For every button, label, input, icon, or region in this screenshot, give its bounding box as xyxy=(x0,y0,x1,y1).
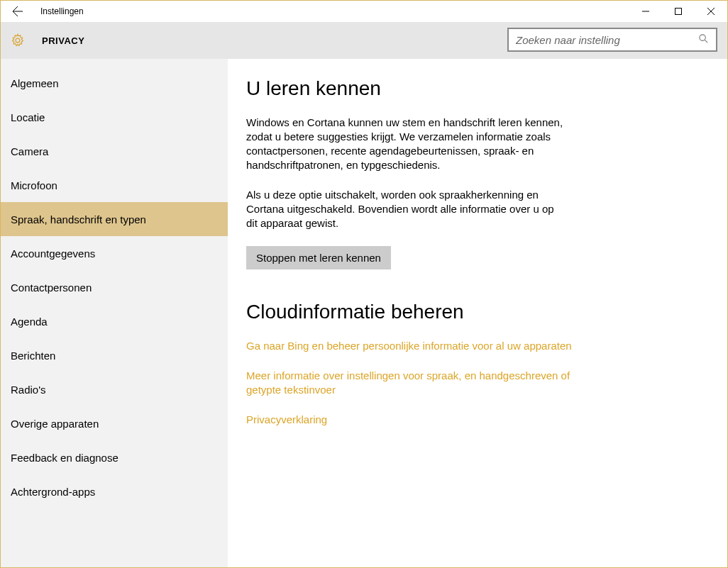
sidebar-item-label: Camera xyxy=(11,145,48,157)
window-title: Instellingen xyxy=(35,6,84,16)
sidebar-item-label: Contactpersonen xyxy=(11,282,92,294)
page-category: PRIVACY xyxy=(42,35,84,46)
link-more-info-speech-inking-typing[interactable]: Meer informatie over instellingen voor s… xyxy=(246,369,573,397)
sidebar-item[interactable]: Contactpersonen xyxy=(1,270,228,304)
sidebar: AlgemeenLocatieCameraMicrofoonSpraak, ha… xyxy=(1,59,228,567)
sidebar-item-label: Agenda xyxy=(11,316,48,328)
stop-getting-to-know-me-button[interactable]: Stoppen met leren kennen xyxy=(246,246,391,269)
minimize-icon xyxy=(642,8,649,15)
search-icon xyxy=(698,33,709,47)
close-icon xyxy=(707,8,715,15)
sidebar-item-label: Microfoon xyxy=(11,179,57,191)
sidebar-item[interactable]: Overige apparaten xyxy=(1,406,228,440)
minimize-button[interactable] xyxy=(629,1,662,22)
sidebar-item-label: Spraak, handschrift en typen xyxy=(11,213,146,225)
description-paragraph-1: Windows en Cortana kunnen uw stem en han… xyxy=(246,116,566,172)
sidebar-item-label: Overige apparaten xyxy=(11,418,99,430)
sidebar-item[interactable]: Radio's xyxy=(1,372,228,406)
sidebar-item-label: Locatie xyxy=(11,111,45,123)
sidebar-item-label: Berichten xyxy=(11,350,55,362)
sidebar-item[interactable]: Locatie xyxy=(1,100,228,134)
sidebar-item[interactable]: Berichten xyxy=(1,338,228,372)
description-paragraph-2: Als u deze optie uitschakelt, worden ook… xyxy=(246,188,566,230)
sidebar-item[interactable]: Achtergrond-apps xyxy=(1,474,228,508)
sidebar-item-label: Algemeen xyxy=(11,77,59,89)
link-privacy-statement[interactable]: Privacyverklaring xyxy=(246,413,573,427)
link-bing-manage-personal-info[interactable]: Ga naar Bing en beheer persoonlijke info… xyxy=(246,339,573,353)
sidebar-item-label: Feedback en diagnose xyxy=(11,452,118,464)
back-arrow-icon xyxy=(12,6,23,17)
header-band: PRIVACY xyxy=(1,22,727,59)
section-heading-getting-to-know-you: U leren kennen xyxy=(246,77,702,100)
sidebar-item[interactable]: Spraak, handschrift en typen xyxy=(1,202,228,236)
search-box[interactable] xyxy=(507,28,717,52)
sidebar-item[interactable]: Accountgegevens xyxy=(1,236,228,270)
sidebar-item[interactable]: Feedback en diagnose xyxy=(1,440,228,474)
sidebar-item[interactable]: Microfoon xyxy=(1,168,228,202)
main-panel: U leren kennen Windows en Cortana kunnen… xyxy=(228,59,727,567)
svg-point-5 xyxy=(700,34,705,40)
sidebar-item-label: Achtergrond-apps xyxy=(11,486,95,498)
sidebar-item-label: Accountgegevens xyxy=(11,247,95,260)
titlebar: Instellingen xyxy=(1,1,727,22)
sidebar-item[interactable]: Camera xyxy=(1,134,228,168)
content: AlgemeenLocatieCameraMicrofoonSpraak, ha… xyxy=(1,59,727,567)
sidebar-item-label: Radio's xyxy=(11,384,46,396)
section-heading-manage-cloud-info: Cloudinformatie beheren xyxy=(246,301,702,323)
maximize-icon xyxy=(675,8,682,15)
search-input[interactable] xyxy=(516,34,698,46)
back-button[interactable] xyxy=(1,1,35,22)
svg-point-4 xyxy=(16,38,20,43)
settings-gear-icon xyxy=(9,32,26,49)
svg-rect-1 xyxy=(675,9,682,15)
sidebar-item[interactable]: Algemeen xyxy=(1,66,228,100)
sidebar-item[interactable]: Agenda xyxy=(1,304,228,338)
close-button[interactable] xyxy=(695,1,727,22)
svg-line-6 xyxy=(705,40,707,43)
maximize-button[interactable] xyxy=(662,1,695,22)
window-controls xyxy=(629,1,727,22)
